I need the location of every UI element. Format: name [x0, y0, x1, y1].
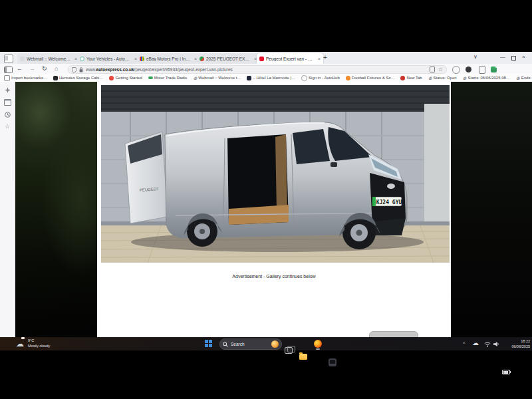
extensions-icon[interactable]: [491, 66, 497, 72]
tray-date: 06/06/2025: [511, 344, 530, 349]
share-icon[interactable]: [479, 66, 485, 74]
bookmark-import[interactable]: Import bookmarks…: [4, 75, 47, 81]
start-button[interactable]: [205, 340, 212, 347]
tab-close-icon[interactable]: ×: [317, 57, 321, 61]
gallery-photo-peugeot-expert[interactable]: PEUGEOT KJ24 GYU: [101, 85, 450, 263]
webmail-favicon: [20, 57, 25, 61]
bookmark-status-open[interactable]: ⊕Status: Open: [428, 76, 457, 80]
tab-title: Your Vehicles - AutoHub: [86, 57, 131, 61]
search-icon: [223, 342, 228, 347]
forward-icon[interactable]: →: [29, 65, 35, 72]
page-background-left: [15, 82, 97, 337]
reload-icon[interactable]: ↻: [42, 65, 47, 72]
tab-active-autoexpress[interactable]: Peugeot Expert van - pictures | ×: [257, 53, 323, 64]
volume-icon[interactable]: [493, 341, 499, 347]
ai-chat-icon[interactable]: [5, 87, 11, 93]
adblocker-extension-icon[interactable]: [466, 66, 471, 72]
remote-app-icon[interactable]: [329, 358, 336, 366]
globe-icon: ⊕: [463, 76, 467, 80]
reader-mode-icon[interactable]: [430, 66, 435, 72]
bookmark-hercules[interactable]: Hercules Storage Cabi…: [53, 76, 103, 80]
autoexpress-favicon: [259, 57, 264, 61]
tab-webmail[interactable]: Webmail :: Welcome to Webm ×: [17, 53, 80, 64]
bookmarks-bar: Import bookmarks… Hercules Storage Cabi……: [0, 74, 532, 82]
battery-icon[interactable]: [502, 370, 510, 374]
new-tab-button[interactable]: +: [323, 54, 327, 61]
bookmark-signin-autohub[interactable]: Sign in - AutoHub: [301, 75, 340, 81]
sidebar-toggle-icon[interactable]: [4, 66, 13, 73]
license-plate-text: KJ24 GYU: [376, 200, 402, 205]
firefox-icon[interactable]: [314, 340, 322, 348]
lock-icon[interactable]: [79, 67, 83, 72]
page-background-right: [451, 82, 532, 337]
bookmarks-panel-icon[interactable]: ☆: [5, 124, 10, 130]
bookmark-starts[interactable]: ⊕Starts: 06/06/2025 08…: [463, 76, 510, 80]
tab-title: eBay Motors Pro | Inventory: [146, 57, 191, 61]
bookmark-star-icon[interactable]: ☆: [438, 67, 443, 72]
license-plate: KJ24 GYU: [372, 197, 402, 206]
bookmark-hotel-marmotte[interactable]: – Hôtel La Marmotte |…: [247, 76, 295, 80]
wifi-icon[interactable]: [484, 341, 491, 347]
bookmark-motor-trade-radio[interactable]: Motor Trade Radio: [148, 76, 188, 80]
tab-ebay[interactable]: eBay Motors Pro | Inventory ×: [137, 53, 200, 64]
taskbar-search-box[interactable]: Search: [219, 338, 282, 350]
tracking-shield-icon[interactable]: [72, 67, 76, 72]
search-label: Search: [231, 342, 245, 346]
autohub-favicon: [80, 57, 84, 61]
account-icon[interactable]: [452, 66, 460, 74]
task-view-icon[interactable]: [285, 347, 293, 354]
firefox-view-icon[interactable]: [4, 55, 13, 63]
dealer-favicon: [200, 57, 204, 61]
tab-peugeot-diesel[interactable]: 2025 PEUGEOT EXPERT DIESEL ×: [197, 53, 259, 64]
back-icon[interactable]: ←: [17, 65, 23, 72]
advertisement-notice: Advertisement - Gallery continues below: [97, 274, 451, 279]
tab-autohub[interactable]: Your Vehicles - AutoHub ×: [77, 53, 140, 64]
home-icon[interactable]: ⌂: [55, 65, 58, 72]
history-icon[interactable]: [5, 112, 11, 118]
close-window-button[interactable]: ×: [522, 54, 525, 60]
globe-icon: ⊕: [516, 76, 520, 80]
url-text[interactable]: www.autoexpress.co.uk/peugeot/expert/959…: [86, 67, 233, 72]
bookmark-getting-started[interactable]: Getting Started: [109, 76, 142, 80]
weather-cloud-icon: ☁: [16, 340, 24, 348]
search-highlight-icon: [271, 340, 279, 348]
minimize-button[interactable]: —: [500, 54, 505, 60]
globe-icon: ⊕: [428, 76, 432, 80]
weather-condition: Mostly cloudy: [28, 343, 50, 348]
firefox-running-indicator: [316, 348, 320, 350]
file-explorer-icon[interactable]: [299, 354, 307, 360]
bookmark-ends[interactable]: ⊕Ends: 06/06/2025 15:00: [516, 76, 532, 80]
maximize-button[interactable]: [511, 56, 516, 61]
ebay-favicon: [140, 57, 144, 61]
address-bar[interactable]: www.autoexpress.co.uk/peugeot/expert/959…: [68, 65, 447, 74]
tray-chevron-icon[interactable]: ^: [463, 341, 465, 346]
firefox-sidebar: ☆: [0, 82, 15, 342]
globe-icon: ⊕: [193, 76, 197, 80]
tray-clock[interactable]: 18:22 06/06/2025: [511, 338, 530, 349]
bookmark-football-fixtures[interactable]: Football Fixtures & Sc…: [346, 76, 395, 80]
tab-title: 2025 PEUGEOT EXPERT DIESEL: [206, 57, 251, 61]
tab-title: Peugeot Expert van - pictures |: [266, 57, 315, 61]
onedrive-cloud-icon[interactable]: ☁: [472, 339, 479, 346]
weather-temperature: 9°C: [28, 338, 34, 343]
bookmark-new-tab[interactable]: New Tab: [400, 76, 422, 80]
synced-tabs-icon[interactable]: [4, 99, 11, 106]
tab-title: Webmail :: Welcome to Webm: [27, 57, 71, 61]
tray-time: 18:22: [511, 338, 530, 344]
bookmark-webmail[interactable]: ⊕Webmail :: Welcome t…: [193, 76, 241, 80]
list-tabs-icon[interactable]: ∨: [473, 54, 477, 60]
